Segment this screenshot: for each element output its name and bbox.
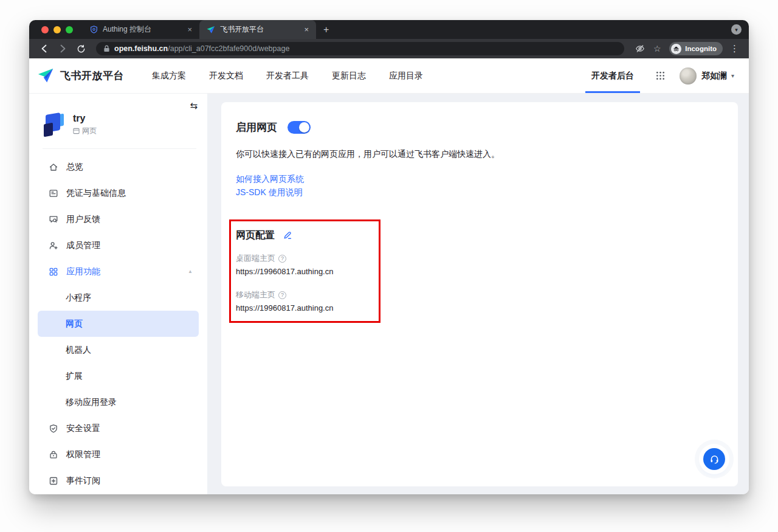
zoom-window-button[interactable]	[66, 26, 73, 33]
tab-title: 飞书开放平台	[220, 24, 298, 35]
bookmark-star-icon[interactable]: ☆	[650, 41, 664, 56]
brand[interactable]: 飞书开放平台	[38, 67, 124, 84]
help-icon[interactable]: ?	[278, 291, 286, 299]
collapse-section-icon[interactable]: ▲	[188, 269, 193, 274]
sidebar-item-label: 扩展	[66, 371, 83, 382]
apps-grid-icon[interactable]	[656, 71, 665, 80]
link-jssdk-guide[interactable]: JS-SDK 使用说明	[236, 185, 723, 199]
mobile-home-url: https://19960817.authing.cn	[236, 303, 374, 314]
user-avatar[interactable]	[680, 67, 697, 85]
sidebar-menu: 总览 凭证与基础信息 用户反馈	[29, 149, 207, 494]
webpage-config-title: 网页配置	[236, 229, 275, 242]
sidebar-item-security-settings[interactable]: 安全设置	[38, 415, 199, 441]
sidebar-item-label: 安全设置	[66, 423, 100, 434]
sidebar-item-label: 小程序	[66, 292, 91, 303]
desktop-home-label: 桌面端主页	[236, 253, 275, 264]
sidebar-item-label: 权限管理	[66, 449, 100, 460]
enable-webpage-description: 你可以快速接入已有的网页应用，用户可以通过飞书客户端快速进入。	[236, 148, 723, 160]
url-path: /app/cli_a07fcc2bfafe900d/webpage	[168, 44, 289, 53]
sidebar-item-members[interactable]: 成员管理	[38, 232, 199, 258]
sidebar-item-event-subscriptions[interactable]: 事件订阅	[38, 468, 199, 494]
browser-toolbar: open.feishu.cn/app/cli_a07fcc2bfafe900d/…	[29, 39, 749, 58]
enable-webpage-title: 启用网页	[236, 120, 277, 134]
credentials-icon	[49, 188, 58, 198]
headset-icon	[709, 454, 720, 465]
nav-docs[interactable]: 开发文档	[209, 71, 243, 81]
close-window-button[interactable]	[41, 26, 49, 33]
tab-feishu-open-platform[interactable]: 飞书开放平台 ×	[199, 20, 316, 39]
forward-icon[interactable]	[55, 41, 71, 57]
webapp-badge-icon	[73, 128, 80, 134]
sidebar-item-mobile-app-login[interactable]: 移动应用登录	[38, 389, 199, 415]
sidebar-item-credentials[interactable]: 凭证与基础信息	[38, 180, 199, 206]
sidebar-item-overview[interactable]: 总览	[38, 154, 199, 180]
new-tab-button[interactable]: +	[316, 20, 336, 39]
tab-list-chevron-icon[interactable]: ▾	[731, 24, 742, 35]
url-domain: open.feishu.cn	[114, 44, 168, 53]
minimize-window-button[interactable]	[53, 26, 61, 33]
tab-authing[interactable]: Authing 控制台 ×	[83, 20, 199, 39]
app-name: try	[73, 113, 97, 124]
app-logo-icon	[41, 112, 66, 137]
sidebar-item-label: 机器人	[66, 345, 91, 356]
sidebar-item-label: 用户反馈	[66, 214, 100, 225]
close-icon[interactable]: ×	[303, 25, 310, 34]
nav-integration[interactable]: 集成方案	[152, 71, 186, 81]
app-type-label: 网页	[82, 126, 97, 136]
browser-window: Authing 控制台 × 飞书开放平台 × + ▾ op	[29, 20, 749, 494]
tab-strip: Authing 控制台 × 飞书开放平台 × + ▾	[29, 20, 749, 39]
sidebar-item-app-features[interactable]: 应用功能 ▲	[38, 258, 199, 285]
help-icon[interactable]: ?	[278, 255, 286, 263]
incognito-badge: Incognito	[669, 42, 723, 55]
sidebar-item-permissions[interactable]: 权限管理	[38, 441, 199, 468]
sidebar-item-mini-program[interactable]: 小程序	[38, 285, 199, 311]
browser-menu-icon[interactable]: ⋮	[728, 43, 742, 54]
webpage-settings-card: 启用网页 你可以快速接入已有的网页应用，用户可以通过飞书客户端快速进入。 如何接…	[221, 102, 738, 486]
desktop-home-url: https://19960817.authing.cn	[236, 266, 374, 277]
chevron-down-icon[interactable]: ▾	[731, 72, 734, 79]
feishu-logo-icon	[38, 67, 54, 84]
app-switcher[interactable]: try 网页	[41, 112, 195, 137]
nav-dev-tools[interactable]: 开发者工具	[266, 71, 309, 81]
enable-webpage-toggle[interactable]	[287, 121, 311, 134]
support-fab-button[interactable]	[703, 448, 725, 470]
sidebar-item-extension[interactable]: 扩展	[38, 363, 199, 389]
address-bar[interactable]: open.feishu.cn/app/cli_a07fcc2bfafe900d/…	[96, 42, 624, 55]
mobile-home-label: 移动端主页	[236, 289, 275, 300]
nav-app-directory[interactable]: 应用目录	[389, 71, 423, 81]
sidebar-item-label: 移动应用登录	[66, 397, 117, 408]
incognito-spy-icon	[671, 44, 681, 54]
lock-icon	[103, 45, 110, 52]
brand-name: 飞书开放平台	[60, 69, 124, 83]
permissions-icon	[49, 450, 58, 460]
sidebar-item-webpage[interactable]: 网页	[38, 311, 199, 337]
collapse-sidebar-icon[interactable]: ⇆	[190, 100, 198, 111]
feedback-icon	[49, 215, 58, 224]
link-how-to-integrate[interactable]: 如何接入网页系统	[236, 172, 723, 185]
nav-changelog[interactable]: 更新日志	[332, 71, 366, 81]
main-nav: 集成方案 开发文档 开发者工具 更新日志 应用目录	[152, 71, 423, 81]
sidebar-item-label: 凭证与基础信息	[66, 188, 126, 199]
reload-icon[interactable]	[73, 41, 89, 57]
feishu-logo-icon	[207, 26, 215, 34]
sidebar-item-label: 成员管理	[66, 240, 100, 251]
sidebar: ⇆ try 网页	[29, 94, 207, 494]
header-right: 开发者后台 郑如澜 ▾	[585, 58, 734, 93]
eye-off-icon[interactable]	[633, 41, 647, 56]
sidebar-item-label: 事件订阅	[66, 475, 100, 486]
members-icon	[49, 241, 58, 250]
back-icon[interactable]	[36, 41, 52, 57]
sidebar-item-bot[interactable]: 机器人	[38, 337, 199, 363]
home-icon	[49, 162, 58, 172]
close-icon[interactable]: ×	[186, 25, 193, 34]
incognito-label: Incognito	[685, 45, 717, 52]
tab-title: Authing 控制台	[103, 24, 181, 35]
user-name: 郑如澜	[701, 71, 727, 81]
edit-icon[interactable]	[283, 230, 292, 240]
sidebar-item-label: 网页	[66, 319, 83, 330]
features-icon	[49, 267, 58, 277]
developer-console-link[interactable]: 开发者后台	[585, 58, 640, 93]
annotation-box: 网页配置 桌面端主页 ? https://19960817.authing.cn…	[229, 219, 380, 323]
sidebar-item-user-feedback[interactable]: 用户反馈	[38, 206, 199, 232]
window-controls	[29, 20, 83, 39]
